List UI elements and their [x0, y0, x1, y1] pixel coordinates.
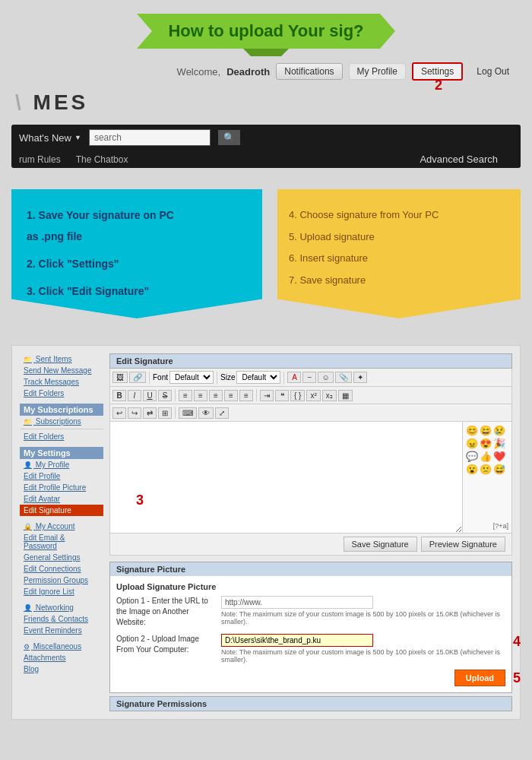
sidebar-blog[interactable]: Blog: [20, 663, 103, 675]
toolbar-ol-btn[interactable]: ≡: [239, 390, 253, 401]
label-4: 4: [513, 634, 521, 650]
sidebar-divider1: [20, 429, 103, 429]
toolbar-sub-btn[interactable]: x²: [306, 390, 320, 401]
sig-file-input[interactable]: [221, 634, 373, 647]
toolbar-html-btn[interactable]: ⊞: [158, 407, 172, 419]
forum-rules-link[interactable]: rum Rules: [19, 154, 61, 165]
toolbar-code-btn[interactable]: { }: [290, 390, 305, 401]
what-new-button[interactable]: What's New ▼: [19, 132, 81, 144]
emoji-8[interactable]: 👍: [480, 451, 492, 462]
toolbar-italic-btn[interactable]: I: [128, 390, 141, 401]
toolbar-switch-btn[interactable]: ⇄: [143, 407, 157, 419]
emoji-11[interactable]: 🙁: [480, 464, 492, 475]
toolbar-color-btn[interactable]: A: [287, 372, 301, 383]
emoji-7[interactable]: 💬: [466, 451, 478, 462]
signature-textarea[interactable]: [110, 422, 462, 533]
toolbar-list-btn[interactable]: ≡: [224, 390, 238, 401]
lock-icon: 🔒: [24, 523, 32, 530]
emoji-6[interactable]: 🎉: [493, 438, 505, 449]
sidebar-miscellaneous[interactable]: ⚙ Miscellaneous: [20, 641, 103, 652]
sidebar-edit-folders[interactable]: Edit Folders: [20, 388, 103, 399]
logo-text: MES: [33, 90, 89, 114]
sidebar-general-settings[interactable]: General Settings: [20, 552, 103, 563]
preview-signature-button[interactable]: Preview Signature: [421, 537, 505, 552]
sidebar-friends-contacts[interactable]: Friends & Contacts: [20, 613, 103, 625]
sidebar-subscriptions[interactable]: 📁 Subscriptions: [20, 416, 103, 427]
username: Deadroth: [226, 66, 270, 78]
toolbar-preview-btn[interactable]: 👁: [198, 407, 214, 419]
notifications-button[interactable]: Notifications: [276, 63, 342, 80]
save-signature-button[interactable]: Save Signature: [344, 537, 417, 552]
search-button[interactable]: 🔍: [218, 130, 240, 145]
toolbar-bold-btn[interactable]: B: [112, 390, 126, 401]
logout-link[interactable]: Log Out: [469, 64, 517, 79]
toolbar-expand-btn[interactable]: ⤢: [215, 407, 229, 419]
sidebar-networking[interactable]: 👤 Networking: [20, 602, 103, 613]
toolbar-sup-btn[interactable]: x₂: [322, 390, 337, 401]
emoji-5[interactable]: 😍: [480, 438, 492, 449]
steps-right-text: 4. Choose signature from Your PC 5. Uplo…: [289, 204, 509, 291]
toolbar-extra1-btn[interactable]: 📎: [335, 372, 352, 383]
toolbar-img-btn[interactable]: 🖼: [112, 372, 128, 383]
sidebar-edit-profile-picture[interactable]: Edit Profile Picture: [20, 482, 103, 493]
sidebar-attachments[interactable]: Attachments: [20, 652, 103, 663]
sidebar-my-profile[interactable]: 👤 My Profile: [20, 459, 103, 470]
toolbar-undo-btn[interactable]: ↩: [112, 407, 126, 419]
sidebar-settings-header: My Settings: [20, 447, 103, 459]
chatbox-link[interactable]: The Chatbox: [76, 154, 128, 165]
editor-toolbar: 🖼 🔗 Font Default Arial Size Default 8 10…: [109, 369, 512, 387]
step2: 2. Click "Settings": [27, 253, 247, 274]
toolbar-align-left[interactable]: ≡: [179, 390, 192, 401]
sig-picture-section: Signature Picture Upload Signature Pictu…: [109, 562, 512, 693]
sidebar-event-reminders[interactable]: Event Reminders: [20, 625, 103, 636]
sidebar-send-new-message[interactable]: Send New Message: [20, 365, 103, 376]
sidebar-sent-items-header[interactable]: 📁 Sent Items: [20, 353, 103, 365]
toolbar-underline-btn[interactable]: U: [143, 390, 157, 401]
toolbar-indent-btn[interactable]: ⇥: [260, 390, 274, 401]
my-profile-link[interactable]: My Profile: [349, 63, 406, 80]
step1: 1. Save Your signature on PC: [27, 204, 247, 226]
sidebar-permission-groups[interactable]: Permission Groups: [20, 575, 103, 586]
emoji-1[interactable]: 😊: [466, 425, 478, 436]
sidebar-networking-section: 👤 Networking Friends & Contacts Event Re…: [20, 602, 103, 636]
sig-picture-title: Signature Picture: [110, 562, 511, 576]
emoji-12[interactable]: 😅: [493, 464, 505, 475]
toolbar-table-btn[interactable]: ▦: [338, 390, 353, 401]
toolbar-minus-btn[interactable]: −: [302, 372, 316, 383]
toolbar-quote-btn[interactable]: ❝: [275, 390, 289, 401]
sidebar-edit-connections[interactable]: Edit Connections: [20, 563, 103, 575]
sidebar-edit-profile[interactable]: Edit Profile: [20, 470, 103, 482]
sidebar-track-messages[interactable]: Track Messages: [20, 376, 103, 388]
font-label: Font: [153, 373, 168, 382]
sidebar-my-account[interactable]: 🔒 My Account: [20, 521, 103, 532]
sidebar-edit-signature[interactable]: Edit Signature: [20, 505, 103, 516]
sig-option1-label: Option 1 - Enter the URL to the Image on…: [116, 596, 215, 628]
sig-url-input[interactable]: [221, 596, 373, 609]
toolbar-smiley-btn[interactable]: ☺: [318, 372, 333, 383]
emoji-4[interactable]: 😠: [466, 438, 478, 449]
sidebar-edit-folders2[interactable]: Edit Folders: [20, 431, 103, 442]
sidebar-edit-email[interactable]: Edit Email & Password: [20, 532, 103, 552]
toolbar-align-center[interactable]: ≡: [194, 390, 207, 401]
sidebar-edit-avatar[interactable]: Edit Avatar: [20, 493, 103, 505]
emoji-2[interactable]: 😄: [480, 425, 492, 436]
sidebar-edit-ignore[interactable]: Edit Ignore List: [20, 586, 103, 597]
toolbar-strike-btn[interactable]: S: [158, 390, 172, 401]
advanced-search-link[interactable]: Advanced Search: [420, 154, 498, 165]
sig-upload-button[interactable]: Upload: [454, 670, 505, 686]
editor-toolbar-2: B I U S ≡ ≡ ≡ ≡ ≡ ⇥ ❝ { } x² x₂ ▦: [109, 387, 512, 404]
toolbar-source-btn[interactable]: ⌨: [179, 407, 197, 419]
step5: 5. Upload signature: [289, 226, 509, 249]
toolbar-align-right[interactable]: ≡: [209, 390, 223, 401]
toolbar-link-btn[interactable]: 🔗: [129, 372, 146, 383]
emoji-10[interactable]: 😮: [466, 464, 478, 475]
emoji-3[interactable]: 😢: [493, 425, 505, 436]
step7: 7. Save signature: [289, 270, 509, 292]
toolbar-extra2-btn[interactable]: ✦: [353, 372, 367, 383]
emoji-9[interactable]: ❤️: [493, 451, 505, 462]
size-select[interactable]: Default 8 10 12: [236, 371, 280, 384]
sig-upload-title: Upload Signature Picture: [116, 582, 505, 591]
toolbar-redo-btn[interactable]: ↪: [128, 407, 141, 419]
search-input[interactable]: [89, 129, 211, 146]
font-select[interactable]: Default Arial: [169, 371, 214, 384]
